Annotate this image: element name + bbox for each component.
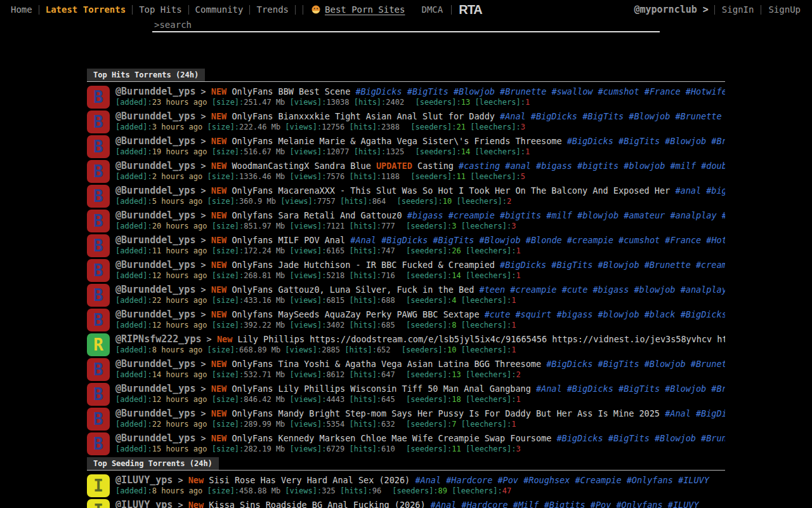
tag-link[interactable]: #BigDicks (546, 359, 593, 369)
tag-link[interactable]: #Anal (665, 408, 691, 418)
tag-link[interactable]: #black (645, 309, 676, 319)
tag-link[interactable]: #Bigtits (544, 500, 586, 508)
uploader-avatar[interactable]: I (87, 499, 110, 508)
tag-link[interactable]: #Milf (513, 500, 539, 508)
tag-link[interactable]: #creampie (696, 260, 725, 270)
uploader-avatar[interactable]: B (87, 432, 110, 455)
torrent-title-link[interactable]: OnlyFans Tina Yoshi & Agatha Vega Asian … (232, 359, 541, 369)
torrent-title-link[interactable]: WoodmanCastingX Sandra Blue (232, 161, 370, 171)
uploader-avatar[interactable]: B (87, 284, 110, 307)
uploader-link[interactable]: @Burunddel_yps (115, 284, 195, 295)
tag-link[interactable]: #milf (546, 210, 572, 220)
tag-link[interactable]: #Anal (536, 384, 562, 394)
uploader-link[interactable]: @Burunddel_yps (115, 259, 195, 271)
uploader-link[interactable]: @Burunddel_yps (115, 210, 195, 221)
tag-link[interactable]: #milf (670, 161, 696, 171)
torrent-title-link[interactable]: Onlyfans MILF POV Anal (232, 235, 345, 245)
tag-link[interactable]: #Brunette (691, 359, 725, 369)
tag-link[interactable]: #Blowjob (645, 359, 686, 369)
signup-link[interactable]: SignUp (762, 4, 807, 15)
nav-item-latest-torrents[interactable]: Latest Torrents (40, 4, 131, 15)
tag-link[interactable]: #Onlyfans (616, 500, 662, 508)
uploader-avatar[interactable]: B (87, 86, 110, 109)
uploader-avatar[interactable]: B (87, 135, 110, 158)
uploader-avatar[interactable]: B (87, 160, 110, 183)
torrent-title-link[interactable]: Lily Phillips https://doodstream.com/e/l… (237, 334, 725, 344)
tag-link[interactable]: #BigDicks (567, 136, 613, 146)
tag-link[interactable]: #cute (562, 284, 588, 295)
tag-link[interactable]: #blowjob (577, 210, 619, 220)
tag-link[interactable]: #creampie (510, 284, 556, 295)
tag-link[interactable]: #creampie (449, 210, 495, 220)
tag-link[interactable]: #Blonde (526, 235, 562, 245)
nav-item-home[interactable]: Home (5, 4, 38, 15)
torrent-title-link[interactable]: OnlyFans MacarenaXXX - This Slut Was So … (232, 185, 670, 196)
tag-link[interactable]: #Brunette (675, 111, 721, 121)
tag-link[interactable]: #BigDicks (556, 433, 603, 443)
tag-link[interactable]: #blowjob (634, 284, 675, 295)
nav-item-community[interactable]: Community (190, 4, 249, 15)
tag-link[interactable]: #Onlyfans (627, 475, 673, 485)
uploader-avatar[interactable]: B (87, 358, 110, 381)
tag-link[interactable]: #bigtits (577, 161, 619, 171)
tag-link[interactable]: #hardcore (722, 210, 725, 220)
tag-link[interactable]: #bigass (536, 161, 572, 171)
tag-link[interactable]: #bigass (706, 185, 725, 196)
tag-link[interactable]: #Creampie (575, 475, 621, 485)
account-menu[interactable]: @mypornclub > (634, 4, 708, 15)
tag-link[interactable]: #BigDicks (500, 260, 546, 270)
tag-link[interactable]: #BigDicks (531, 111, 577, 121)
uploader-link[interactable]: @Burunddel_yps (115, 383, 195, 394)
tag-link[interactable]: #Brunette (645, 260, 691, 270)
tag-link[interactable]: #blowjob (598, 309, 639, 319)
search-input[interactable] (152, 19, 660, 32)
best-porn-sites-group[interactable]: Best Porn Sites (311, 4, 405, 15)
tag-link[interactable]: #BigDicks (567, 384, 613, 394)
uploader-link[interactable]: @Burunddel_yps (115, 135, 195, 147)
torrent-title-link[interactable]: Casting (417, 161, 454, 171)
tag-link[interactable]: #bigtits (500, 210, 541, 220)
uploader-link[interactable]: @RIPNsfw222_yps (115, 333, 201, 345)
tag-link[interactable]: #casting (459, 161, 500, 171)
tag-link[interactable]: #Hotwife (706, 235, 725, 245)
tag-link[interactable]: #BigTits (608, 433, 650, 443)
tag-link[interactable]: #ILUVY (668, 500, 699, 508)
uploader-link[interactable]: @ILUVY_yps (115, 474, 173, 486)
uploader-link[interactable]: @Burunddel_yps (115, 234, 195, 246)
tag-link[interactable]: #BigTits (433, 235, 474, 245)
torrent-title-link[interactable]: OnlyFans Kennedy Marksen Chloe Mae Wife … (232, 433, 551, 443)
tag-link[interactable]: #Brunette (701, 433, 725, 443)
tag-link[interactable]: #bigass (557, 309, 593, 319)
uploader-link[interactable]: @Burunddel_yps (115, 358, 195, 370)
torrent-title-link[interactable]: Sisi Rose Has Very Hard Anal Sex (2026) (209, 475, 410, 485)
tag-link[interactable]: #France (645, 86, 681, 97)
tag-link[interactable]: #Anal (431, 500, 457, 508)
tag-link[interactable]: #Hardcore (462, 500, 508, 508)
tag-link[interactable]: #cumshot (598, 86, 639, 97)
tag-link[interactable]: #anal (675, 185, 701, 196)
tag-link[interactable]: #double (701, 161, 725, 171)
tag-link[interactable]: #cute (485, 309, 511, 319)
tag-link[interactable]: #BigTits (598, 359, 639, 369)
uploader-link[interactable]: @Burunddel_yps (115, 432, 195, 444)
uploader-avatar[interactable]: R (87, 333, 110, 356)
torrent-title-link[interactable]: OnlyFans Bianxxxkie Tight Asian Anal Slu… (232, 111, 495, 121)
uploader-avatar[interactable]: B (87, 110, 110, 133)
torrent-title-link[interactable]: OnlyFans BBW Best Scene (232, 86, 350, 97)
uploader-link[interactable]: @Burunddel_yps (115, 408, 195, 419)
tag-link[interactable]: #BigDicks (355, 86, 402, 97)
tag-link[interactable]: #Hotwife (686, 86, 725, 97)
uploader-link[interactable]: @Burunddel_yps (115, 86, 195, 97)
tag-link[interactable]: #Blowjob (454, 86, 495, 97)
tag-link[interactable]: #Blowjob (655, 433, 696, 443)
best-porn-sites-link[interactable]: Best Porn Sites (325, 4, 405, 15)
tag-link[interactable]: #analplay (670, 210, 716, 220)
tag-link[interactable]: #BigDicks (696, 408, 725, 418)
tag-link[interactable]: #ILUVY (678, 475, 709, 485)
torrent-title-link[interactable]: OnlyFans Gattouz0, Luna Silver, Fuck in … (232, 284, 474, 295)
tag-link[interactable]: #Pov (591, 500, 612, 508)
torrent-title-link[interactable]: Onlyfans Sara Retali And Gattouz0 (232, 210, 402, 220)
nav-item-top-hits[interactable]: Top Hits (133, 4, 187, 15)
tag-link[interactable]: #BigTits (551, 260, 593, 270)
tag-link[interactable]: #bigass (407, 210, 443, 220)
